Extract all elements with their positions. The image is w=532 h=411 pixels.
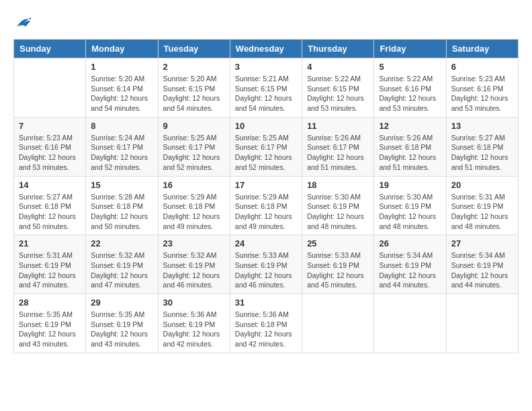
day-of-week-header: Wednesday bbox=[230, 40, 302, 58]
day-info: Sunrise: 5:22 AMSunset: 6:16 PMDaylight:… bbox=[379, 74, 441, 113]
calendar-table: SundayMondayTuesdayWednesdayThursdayFrid… bbox=[13, 39, 519, 353]
day-number: 12 bbox=[379, 121, 441, 131]
day-number: 11 bbox=[307, 121, 369, 131]
day-info: Sunrise: 5:31 AMSunset: 6:19 PMDaylight:… bbox=[451, 192, 513, 232]
day-info: Sunrise: 5:30 AMSunset: 6:19 PMDaylight:… bbox=[307, 192, 369, 232]
page-header bbox=[13, 13, 519, 32]
day-number: 10 bbox=[235, 121, 297, 131]
day-number: 26 bbox=[379, 238, 441, 248]
calendar-cell: 4Sunrise: 5:22 AMSunset: 6:15 PMDaylight… bbox=[302, 58, 374, 118]
day-info: Sunrise: 5:21 AMSunset: 6:15 PMDaylight:… bbox=[235, 74, 297, 113]
calendar-cell bbox=[374, 294, 446, 353]
calendar-cell: 30Sunrise: 5:36 AMSunset: 6:19 PMDayligh… bbox=[158, 294, 230, 353]
day-info: Sunrise: 5:36 AMSunset: 6:18 PMDaylight:… bbox=[235, 310, 297, 349]
day-number: 25 bbox=[307, 238, 369, 248]
day-number: 28 bbox=[19, 298, 81, 308]
calendar-cell bbox=[446, 294, 518, 353]
calendar-week-row: 1Sunrise: 5:20 AMSunset: 6:14 PMDaylight… bbox=[14, 58, 519, 118]
calendar-cell: 20Sunrise: 5:31 AMSunset: 6:19 PMDayligh… bbox=[446, 176, 518, 235]
day-number: 6 bbox=[451, 62, 513, 72]
day-info: Sunrise: 5:27 AMSunset: 6:18 PMDaylight:… bbox=[451, 133, 513, 173]
calendar-cell: 2Sunrise: 5:20 AMSunset: 6:15 PMDaylight… bbox=[158, 58, 230, 118]
calendar-cell: 17Sunrise: 5:29 AMSunset: 6:18 PMDayligh… bbox=[230, 176, 302, 235]
day-info: Sunrise: 5:23 AMSunset: 6:16 PMDaylight:… bbox=[19, 133, 81, 173]
day-number: 3 bbox=[235, 62, 297, 72]
calendar-cell: 31Sunrise: 5:36 AMSunset: 6:18 PMDayligh… bbox=[230, 294, 302, 353]
day-number: 9 bbox=[163, 121, 225, 131]
calendar-cell: 21Sunrise: 5:31 AMSunset: 6:19 PMDayligh… bbox=[14, 235, 86, 294]
calendar-cell: 16Sunrise: 5:29 AMSunset: 6:18 PMDayligh… bbox=[158, 176, 230, 235]
calendar-week-row: 21Sunrise: 5:31 AMSunset: 6:19 PMDayligh… bbox=[14, 235, 519, 294]
day-number: 13 bbox=[451, 121, 513, 131]
calendar-cell: 7Sunrise: 5:23 AMSunset: 6:16 PMDaylight… bbox=[14, 117, 86, 176]
day-info: Sunrise: 5:35 AMSunset: 6:19 PMDaylight:… bbox=[19, 310, 81, 349]
day-number: 2 bbox=[163, 62, 225, 72]
day-info: Sunrise: 5:33 AMSunset: 6:19 PMDaylight:… bbox=[235, 250, 297, 290]
day-info: Sunrise: 5:20 AMSunset: 6:14 PMDaylight:… bbox=[91, 74, 152, 113]
calendar-cell bbox=[302, 294, 374, 353]
calendar-cell: 22Sunrise: 5:32 AMSunset: 6:19 PMDayligh… bbox=[86, 235, 158, 294]
calendar-cell: 8Sunrise: 5:24 AMSunset: 6:17 PMDaylight… bbox=[86, 117, 158, 176]
calendar-cell: 24Sunrise: 5:33 AMSunset: 6:19 PMDayligh… bbox=[230, 235, 302, 294]
day-number: 21 bbox=[19, 238, 81, 248]
day-of-week-header: Friday bbox=[374, 40, 446, 58]
day-info: Sunrise: 5:26 AMSunset: 6:18 PMDaylight:… bbox=[379, 133, 441, 173]
day-number: 16 bbox=[163, 180, 225, 190]
day-number: 18 bbox=[307, 180, 369, 190]
day-number: 23 bbox=[163, 238, 225, 248]
day-info: Sunrise: 5:33 AMSunset: 6:19 PMDaylight:… bbox=[307, 250, 369, 290]
day-info: Sunrise: 5:24 AMSunset: 6:17 PMDaylight:… bbox=[91, 133, 152, 173]
day-info: Sunrise: 5:28 AMSunset: 6:18 PMDaylight:… bbox=[91, 192, 152, 232]
day-number: 15 bbox=[91, 180, 152, 190]
day-info: Sunrise: 5:30 AMSunset: 6:19 PMDaylight:… bbox=[379, 192, 441, 232]
day-number: 24 bbox=[235, 238, 297, 248]
calendar-cell: 1Sunrise: 5:20 AMSunset: 6:14 PMDaylight… bbox=[86, 58, 158, 118]
logo bbox=[13, 13, 35, 32]
calendar-cell: 19Sunrise: 5:30 AMSunset: 6:19 PMDayligh… bbox=[374, 176, 446, 235]
day-number: 14 bbox=[19, 180, 81, 190]
calendar-week-row: 7Sunrise: 5:23 AMSunset: 6:16 PMDaylight… bbox=[14, 117, 519, 176]
calendar-cell: 23Sunrise: 5:32 AMSunset: 6:19 PMDayligh… bbox=[158, 235, 230, 294]
day-info: Sunrise: 5:25 AMSunset: 6:17 PMDaylight:… bbox=[163, 133, 225, 173]
day-info: Sunrise: 5:34 AMSunset: 6:19 PMDaylight:… bbox=[451, 250, 513, 290]
day-info: Sunrise: 5:29 AMSunset: 6:18 PMDaylight:… bbox=[163, 192, 225, 232]
day-number: 5 bbox=[379, 62, 441, 72]
day-number: 7 bbox=[19, 121, 81, 131]
calendar-cell: 26Sunrise: 5:34 AMSunset: 6:19 PMDayligh… bbox=[374, 235, 446, 294]
day-info: Sunrise: 5:27 AMSunset: 6:18 PMDaylight:… bbox=[19, 192, 81, 232]
day-info: Sunrise: 5:20 AMSunset: 6:15 PMDaylight:… bbox=[163, 74, 225, 113]
day-number: 20 bbox=[451, 180, 513, 190]
day-number: 22 bbox=[91, 238, 152, 248]
day-info: Sunrise: 5:23 AMSunset: 6:16 PMDaylight:… bbox=[451, 74, 513, 113]
calendar-cell: 14Sunrise: 5:27 AMSunset: 6:18 PMDayligh… bbox=[14, 176, 86, 235]
day-number: 8 bbox=[91, 121, 152, 131]
calendar-cell: 15Sunrise: 5:28 AMSunset: 6:18 PMDayligh… bbox=[86, 176, 158, 235]
calendar-cell: 6Sunrise: 5:23 AMSunset: 6:16 PMDaylight… bbox=[446, 58, 518, 118]
calendar-cell: 3Sunrise: 5:21 AMSunset: 6:15 PMDaylight… bbox=[230, 58, 302, 118]
calendar-week-row: 28Sunrise: 5:35 AMSunset: 6:19 PMDayligh… bbox=[14, 294, 519, 353]
day-info: Sunrise: 5:35 AMSunset: 6:19 PMDaylight:… bbox=[91, 310, 152, 349]
day-number: 27 bbox=[451, 238, 513, 248]
day-of-week-header: Sunday bbox=[14, 40, 86, 58]
day-number: 1 bbox=[91, 62, 152, 72]
day-number: 17 bbox=[235, 180, 297, 190]
day-of-week-header: Tuesday bbox=[158, 40, 230, 58]
calendar-header-row: SundayMondayTuesdayWednesdayThursdayFrid… bbox=[14, 40, 519, 58]
day-of-week-header: Thursday bbox=[302, 40, 374, 58]
calendar-cell: 13Sunrise: 5:27 AMSunset: 6:18 PMDayligh… bbox=[446, 117, 518, 176]
calendar-cell: 10Sunrise: 5:25 AMSunset: 6:17 PMDayligh… bbox=[230, 117, 302, 176]
calendar-cell: 5Sunrise: 5:22 AMSunset: 6:16 PMDaylight… bbox=[374, 58, 446, 118]
calendar-cell: 9Sunrise: 5:25 AMSunset: 6:17 PMDaylight… bbox=[158, 117, 230, 176]
day-info: Sunrise: 5:36 AMSunset: 6:19 PMDaylight:… bbox=[163, 310, 225, 349]
day-number: 19 bbox=[379, 180, 441, 190]
calendar-cell: 29Sunrise: 5:35 AMSunset: 6:19 PMDayligh… bbox=[86, 294, 158, 353]
day-info: Sunrise: 5:32 AMSunset: 6:19 PMDaylight:… bbox=[91, 250, 152, 290]
day-info: Sunrise: 5:32 AMSunset: 6:19 PMDaylight:… bbox=[163, 250, 225, 290]
day-info: Sunrise: 5:34 AMSunset: 6:19 PMDaylight:… bbox=[379, 250, 441, 290]
day-info: Sunrise: 5:31 AMSunset: 6:19 PMDaylight:… bbox=[19, 250, 81, 290]
day-number: 4 bbox=[307, 62, 369, 72]
day-info: Sunrise: 5:22 AMSunset: 6:15 PMDaylight:… bbox=[307, 74, 369, 113]
calendar-week-row: 14Sunrise: 5:27 AMSunset: 6:18 PMDayligh… bbox=[14, 176, 519, 235]
day-number: 29 bbox=[91, 298, 152, 308]
calendar-cell: 12Sunrise: 5:26 AMSunset: 6:18 PMDayligh… bbox=[374, 117, 446, 176]
